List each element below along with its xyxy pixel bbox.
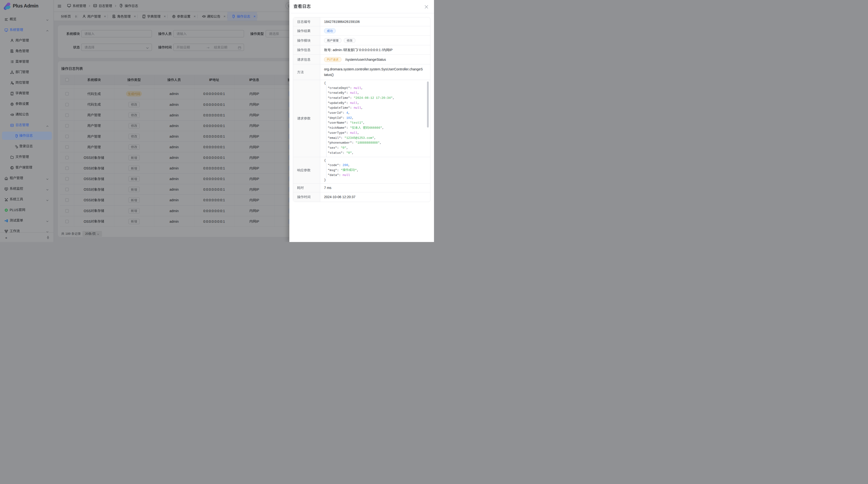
svg-text:DEV: DEV bbox=[94, 5, 96, 6]
svg-text:DEV: DEV bbox=[11, 125, 13, 126]
